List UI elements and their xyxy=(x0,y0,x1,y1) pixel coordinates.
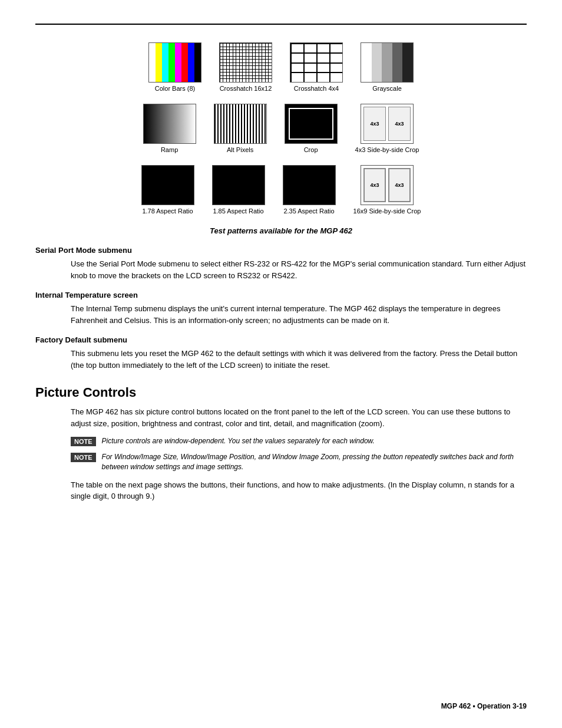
section-factory-default-body: This submenu lets you reset the MGP 462 … xyxy=(71,348,527,371)
crosshatch-16-image xyxy=(219,42,272,83)
pattern-item-crosshatch-16: Crosshatch 16x12 xyxy=(219,42,272,92)
page: Color Bars (8) Crosshatch 16x12 Crosshat… xyxy=(0,0,562,545)
2.35-label: 2.35 Aspect Ratio xyxy=(283,207,334,215)
note-1-badge: NOTE xyxy=(71,437,96,446)
note-2-container: NOTE For Window/Image Size, Window/Image… xyxy=(71,452,527,472)
4x3-sbs-image: 4x3 4x3 xyxy=(361,104,414,144)
1.78-label: 1.78 Aspect Ratio xyxy=(142,207,193,215)
top-rule xyxy=(35,24,527,25)
16x9-sbs-label: 16x9 Side-by-side Crop xyxy=(353,207,421,215)
color-bars-label: Color Bars (8) xyxy=(155,85,195,92)
section-serial-port: Serial Port Mode submenu Use the Serial … xyxy=(35,246,527,281)
section-factory-default: Factory Default submenu This submenu let… xyxy=(35,335,527,371)
4x3-sbs-label: 4x3 Side-by-side Crop xyxy=(355,146,419,153)
pattern-row-2: Ramp Alt Pixels Crop 4x3 xyxy=(35,104,527,153)
pattern-row-3: 1.78 Aspect Ratio 1.85 Aspect Ratio 2.35… xyxy=(35,165,527,215)
crosshatch-4-label: Crosshatch 4x4 xyxy=(294,85,339,92)
crosshatch-4-image xyxy=(290,42,343,83)
pattern-item-2.35: 2.35 Aspect Ratio xyxy=(283,165,336,215)
1.85-image xyxy=(212,165,265,205)
note-1-text: Picture controls are window-dependent. Y… xyxy=(102,436,375,446)
pattern-item-1.78: 1.78 Aspect Ratio xyxy=(141,165,194,215)
pattern-item-grayscale: Grayscale xyxy=(361,42,414,92)
grayscale-image xyxy=(361,42,414,83)
ramp-image xyxy=(143,104,196,144)
pattern-row-1: Color Bars (8) Crosshatch 16x12 Crosshat… xyxy=(35,42,527,92)
section-serial-port-body: Use the Serial Port Mode submenu to sele… xyxy=(71,258,527,281)
note-1-container: NOTE Picture controls are window-depende… xyxy=(71,436,527,446)
section-serial-port-heading: Serial Port Mode submenu xyxy=(35,246,527,255)
pattern-item-4x3-sbs: 4x3 4x3 4x3 Side-by-side Crop xyxy=(355,104,419,153)
pattern-item-crosshatch-4: Crosshatch 4x4 xyxy=(290,42,343,92)
pattern-item-16x9-sbs: 4x3 4x3 16x9 Side-by-side Crop xyxy=(353,165,421,215)
color-bars-image xyxy=(148,42,201,83)
1.78-image xyxy=(141,165,194,205)
pattern-caption: Test patterns available for the MGP 462 xyxy=(35,226,527,235)
ramp-label: Ramp xyxy=(161,146,178,153)
alt-pixels-label: Alt Pixels xyxy=(227,146,253,153)
grayscale-label: Grayscale xyxy=(372,85,402,92)
pattern-item-alt-pixels: Alt Pixels xyxy=(214,104,267,153)
section-internal-temp: Internal Temperature screen The Internal… xyxy=(35,291,527,326)
crop-image xyxy=(285,104,338,144)
picture-controls-heading: Picture Controls xyxy=(35,385,527,400)
pattern-item-1.85: 1.85 Aspect Ratio xyxy=(212,165,265,215)
2.35-image xyxy=(283,165,336,205)
section-internal-temp-body: The Internal Temp submenu displays the u… xyxy=(71,303,527,326)
pattern-item-crop: Crop xyxy=(285,104,338,153)
page-footer: MGP 462 • Operation 3-19 xyxy=(441,702,527,710)
pattern-item-color-bars: Color Bars (8) xyxy=(148,42,201,92)
note-2-text: For Window/Image Size, Window/Image Posi… xyxy=(102,452,527,472)
section-factory-default-heading: Factory Default submenu xyxy=(35,335,527,344)
note-2-badge: NOTE xyxy=(71,453,96,462)
crosshatch-16-label: Crosshatch 16x12 xyxy=(220,85,272,92)
16x9-sbs-image: 4x3 4x3 xyxy=(361,165,414,205)
picture-controls-body: The MGP 462 has six picture control butt… xyxy=(71,406,527,429)
alt-pixels-image xyxy=(214,104,267,144)
picture-controls-footer-text: The table on the next page shows the but… xyxy=(71,479,527,502)
crop-label: Crop xyxy=(304,146,318,153)
pattern-item-ramp: Ramp xyxy=(143,104,196,153)
1.85-label: 1.85 Aspect Ratio xyxy=(213,207,263,215)
section-internal-temp-heading: Internal Temperature screen xyxy=(35,291,527,299)
pattern-grid: Color Bars (8) Crosshatch 16x12 Crosshat… xyxy=(35,42,527,215)
